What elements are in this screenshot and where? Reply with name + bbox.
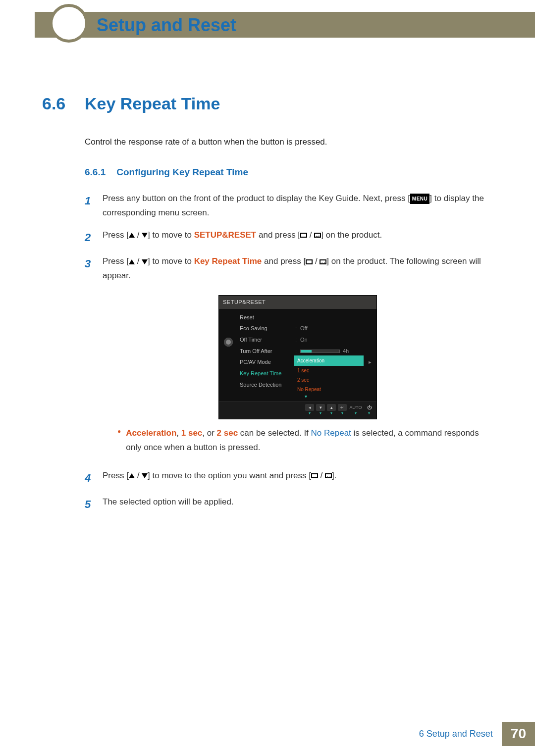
source-icon (306, 259, 313, 264)
step-text: and press [ (262, 256, 306, 266)
footer-chapter: 6 Setup and Reset (410, 722, 502, 746)
osd-value-timer: On (300, 335, 372, 345)
step-text: Press [ (103, 256, 129, 266)
subsection-title: Configuring Key Repeat Time (116, 167, 248, 178)
steps-list: 1 Press any button on the front of the p… (85, 192, 493, 514)
enter-icon (320, 259, 326, 264)
step-1: 1 Press any button on the front of the p… (85, 192, 493, 220)
osd-item-reset: Reset (240, 313, 295, 322)
step-5: 5 The selected option will be applied. (85, 495, 493, 513)
step-text: ] to move to (148, 230, 194, 240)
step-2: 2 Press [ / ] to move to SETUP&RESET and… (85, 228, 493, 247)
arrow-up-icon (129, 259, 135, 264)
step-number: 3 (85, 254, 94, 283)
note-text: , or (202, 428, 216, 438)
osd-item-source-detect: Source Detection (240, 380, 295, 390)
step-text: ] to move to (148, 256, 194, 266)
step-text: Press [ (103, 471, 129, 480)
osd-figure-row: SETUP&RESET Reset Eco Saving:Off Off Tim… (85, 291, 493, 461)
step-4: 4 Press [ / ] to move to the option you … (85, 469, 493, 487)
arrow-down-icon (142, 259, 148, 264)
step-text: Press any button on the front of the pro… (103, 194, 410, 203)
osd-item-krt: Key Repeat Time (240, 369, 295, 378)
step-text: ]. (332, 471, 336, 480)
osd-option-1sec: 1 sec (294, 366, 364, 375)
osd-option-acceleration: Acceleration (294, 355, 364, 366)
step-text: ] on the product. (321, 230, 382, 240)
note-1sec: 1 sec (181, 428, 203, 438)
subsection-heading: 6.6.1 Configuring Key Repeat Time (85, 167, 493, 178)
section-intro: Control the response rate of a button wh… (85, 137, 493, 147)
osd-option-norepeat: No Repeat (294, 385, 364, 394)
osd-item-timer: Off Timer (240, 335, 295, 345)
osd-item-turnoff: Turn Off After (240, 347, 295, 356)
step-text: and press [ (256, 230, 300, 240)
page-footer: 6 Setup and Reset 70 (410, 722, 535, 746)
enter-icon (314, 233, 321, 238)
osd-dropdown: Acceleration 1 sec 2 sec No Repeat (294, 355, 364, 394)
step-3: 3 Press [ / ] to move to Key Repeat Time… (85, 254, 493, 283)
arrow-down-icon (142, 233, 148, 238)
step-number: 1 (85, 192, 94, 220)
osd-item-eco: Eco Saving (240, 324, 295, 333)
page-content: 6.6 Key Repeat Time Control the response… (42, 94, 493, 522)
osd-slider (300, 350, 340, 353)
source-icon (311, 473, 318, 478)
highlight-setup-reset: SETUP&RESET (194, 230, 257, 240)
note-acceleration: Acceleration (126, 428, 176, 438)
section-heading: 6.6 Key Repeat Time (42, 94, 493, 113)
section-title: Key Repeat Time (85, 94, 220, 113)
bullet-icon: ● (117, 426, 121, 455)
osd-value-turnoff: 4h (343, 348, 349, 354)
step-text: The selected option will be applied. (103, 495, 493, 513)
enter-icon (325, 473, 332, 478)
osd-title: SETUP&RESET (219, 296, 376, 309)
step-number: 5 (85, 495, 94, 513)
note-text: can be selected. If (238, 428, 311, 438)
step-number: 4 (85, 469, 94, 487)
menu-button-icon: MENU (410, 194, 429, 204)
source-icon (300, 233, 307, 238)
note-norepeat: No Repeat (311, 428, 351, 438)
gear-icon (224, 338, 233, 347)
section-number: 6.6 (42, 94, 71, 113)
arrow-up-icon (129, 473, 135, 478)
highlight-key-repeat-time: Key Repeat Time (194, 256, 262, 266)
note-bullet: ● Acceleration, 1 sec, or 2 sec can be s… (117, 426, 493, 455)
subsection-number: 6.6.1 (85, 167, 106, 178)
chapter-badge-circle (50, 4, 88, 43)
step-number: 2 (85, 228, 94, 247)
osd-screenshot: SETUP&RESET Reset Eco Saving:Off Off Tim… (218, 295, 377, 419)
arrow-up-icon (129, 233, 135, 238)
note-2sec: 2 sec (217, 428, 238, 438)
step-text: ] to move to the option you want and pre… (148, 471, 311, 480)
osd-item-pcav: PC/AV Mode (240, 357, 295, 367)
arrow-down-icon (142, 473, 148, 478)
step-text: Press [ (103, 230, 129, 240)
osd-footer: ◂▾ ▾▾ ▴▾ ↵▾ AUTO▾ ⏻▾ (219, 402, 376, 419)
note-text: , (176, 428, 181, 438)
osd-value-eco: Off (300, 324, 372, 333)
footer-page-number: 70 (502, 722, 535, 746)
osd-option-2sec: 2 sec (294, 375, 364, 385)
header-title: Setup and Reset (97, 15, 236, 36)
